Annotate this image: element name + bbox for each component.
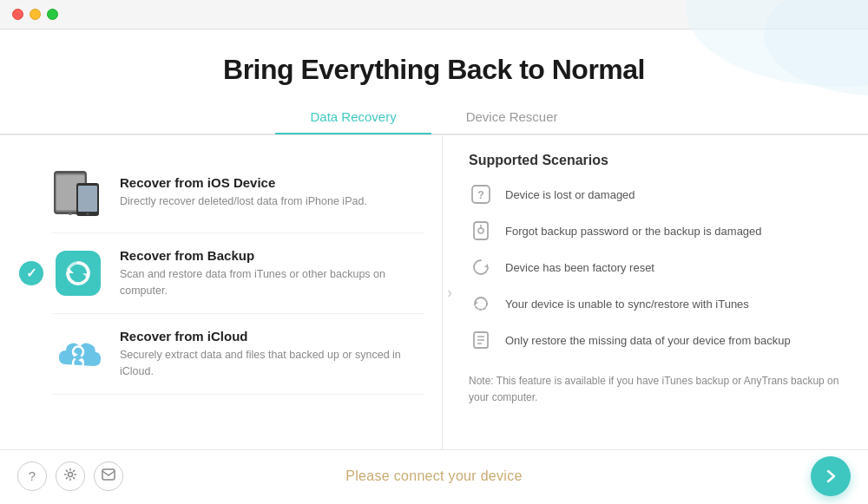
backup-item-desc: Scan and restore data from iTunes or oth… [120, 266, 416, 299]
lost-damaged-icon: ? [469, 182, 493, 206]
recover-backup-item[interactable]: Recover from Backup Scan and restore dat… [52, 233, 424, 314]
svg-point-17 [478, 228, 483, 233]
body-split: Recover from iOS Device Directly recover… [0, 134, 868, 449]
scenario-missing-text: Only restore the missing data of your de… [505, 334, 791, 347]
scenario-sync-text: Your device is unable to sync/restore wi… [505, 298, 749, 311]
ios-item-title: Recover from iOS Device [120, 175, 416, 190]
scenario-forgot-password: Forgot backup password or the backup is … [469, 219, 842, 243]
maximize-button[interactable] [47, 9, 58, 20]
svg-point-8 [87, 213, 89, 215]
traffic-lights [12, 9, 58, 20]
recover-icloud-item[interactable]: Recover from iCloud Securely extract dat… [52, 314, 424, 395]
scenarios-note: Note: This feature is available if you h… [469, 364, 842, 406]
svg-rect-7 [78, 186, 97, 212]
panel-chevron: › [447, 284, 452, 302]
scenario-factory-reset: Device has been factory reset [469, 255, 842, 279]
tab-device-rescuer[interactable]: Device Rescuer [431, 102, 593, 134]
help-icon: ? [29, 468, 36, 483]
icloud-item-text: Recover from iCloud Securely extract dat… [120, 329, 416, 380]
hero-title: Bring Everything Back to Normal [223, 54, 645, 86]
backup-icon [52, 247, 104, 299]
gear-icon [63, 468, 77, 484]
main-content: Bring Everything Back to Normal Data Rec… [0, 29, 868, 449]
tabs-container: Data Recovery Device Rescuer [0, 101, 868, 134]
close-button[interactable] [12, 9, 23, 20]
ios-item-desc: Directly recover deleted/lost data from … [120, 193, 416, 210]
sync-restore-icon [469, 291, 493, 316]
footer-left-buttons: ? [17, 461, 123, 491]
svg-point-5 [69, 212, 72, 215]
scenario-forgot-text: Forgot backup password or the backup is … [505, 225, 762, 238]
backup-item-text: Recover from Backup Scan and restore dat… [120, 248, 416, 299]
scenario-missing-data: Only restore the missing data of your de… [469, 328, 842, 352]
factory-reset-icon [469, 255, 493, 279]
title-bar [0, 0, 868, 29]
ios-device-icon [52, 167, 104, 219]
next-button[interactable] [811, 456, 851, 496]
svg-text:?: ? [477, 188, 484, 201]
backup-item-title: Recover from Backup [120, 248, 416, 263]
left-panel: Recover from iOS Device Directly recover… [0, 135, 443, 449]
scenario-sync-restore: Your device is unable to sync/restore wi… [469, 291, 842, 316]
footer-right [811, 456, 851, 496]
email-button[interactable] [94, 461, 123, 491]
svg-rect-9 [56, 251, 101, 296]
forgot-password-icon [469, 219, 493, 243]
recover-ios-item[interactable]: Recover from iOS Device Directly recover… [52, 153, 424, 233]
svg-marker-19 [475, 301, 478, 304]
svg-marker-18 [484, 264, 488, 267]
scenarios-title: Supported Scenarios [469, 153, 842, 168]
scenario-factory-text: Device has been factory reset [505, 261, 654, 274]
icloud-icon [52, 328, 104, 380]
icloud-item-desc: Securely extract data and files that bac… [120, 347, 416, 380]
footer-connect-text: Please connect your device [345, 468, 522, 484]
missing-data-icon [469, 328, 493, 352]
tab-data-recovery[interactable]: Data Recovery [275, 102, 431, 134]
ios-item-text: Recover from iOS Device Directly recover… [120, 175, 416, 210]
svg-rect-25 [102, 469, 115, 480]
scenario-lost-damaged: ? Device is lost or damaged [469, 182, 842, 206]
help-button[interactable]: ? [17, 461, 47, 491]
footer: ? Please connect your device [0, 449, 868, 501]
scenario-lost-text: Device is lost or damaged [505, 188, 635, 201]
right-panel: Supported Scenarios ? Device is lost or … [443, 135, 868, 449]
email-icon [102, 468, 115, 483]
minimize-button[interactable] [30, 9, 41, 20]
icloud-item-title: Recover from iCloud [120, 329, 416, 344]
selected-checkmark [19, 261, 43, 285]
settings-button[interactable] [56, 461, 85, 491]
svg-point-24 [69, 473, 73, 477]
